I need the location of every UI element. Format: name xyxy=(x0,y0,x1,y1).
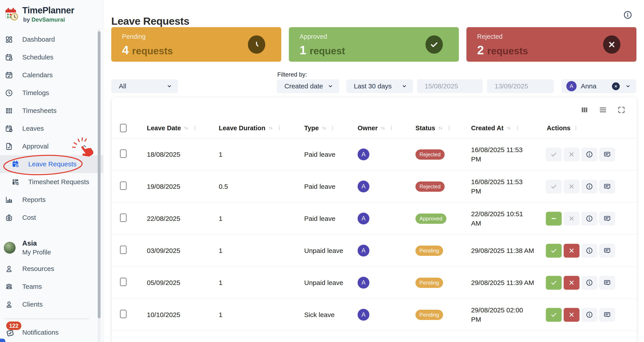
column-menu-icon[interactable] xyxy=(330,125,336,131)
info-button[interactable] xyxy=(582,148,597,161)
owner-filter-select[interactable]: A Anna xyxy=(562,79,636,93)
reject-button[interactable] xyxy=(564,148,580,161)
sort-icon[interactable] xyxy=(438,125,444,131)
column-menu-icon[interactable] xyxy=(514,125,520,131)
leave-date: 10/10/2025 xyxy=(147,311,180,318)
sidebar-item-calendars[interactable]: Calendars xyxy=(0,66,103,84)
approve-button[interactable] xyxy=(546,308,562,322)
comment-button[interactable] xyxy=(599,308,615,322)
sidebar-item-leave-requests[interactable]: Leave Requests xyxy=(0,155,103,173)
comment-button[interactable] xyxy=(599,212,615,226)
comment-button[interactable] xyxy=(599,148,615,161)
row-checkbox[interactable] xyxy=(120,149,126,158)
reject-button[interactable] xyxy=(564,276,580,290)
summary-card-approved: Approved1request xyxy=(289,27,459,62)
date-to-input[interactable]: 13/09/2025 xyxy=(487,79,554,93)
column-header-type[interactable]: Type xyxy=(294,124,347,132)
reject-button[interactable] xyxy=(564,212,580,226)
created-at: 22/08/2025 10:51 AM xyxy=(471,209,523,228)
column-header-owner[interactable]: Owner xyxy=(347,124,405,132)
row-checkbox[interactable] xyxy=(120,246,126,254)
row-checkbox-cell xyxy=(112,246,136,256)
column-header-created-at[interactable]: Created At xyxy=(460,124,536,132)
sort-icon[interactable] xyxy=(380,125,386,131)
status-badge: Pending xyxy=(416,310,443,320)
clear-owner-filter-button[interactable] xyxy=(612,82,620,90)
sidebar-item-timesheets[interactable]: Timesheets xyxy=(0,102,103,120)
page-info-button[interactable] xyxy=(623,10,632,20)
column-menu-icon[interactable] xyxy=(192,125,198,131)
date-range-select[interactable]: Last 30 days xyxy=(346,79,413,93)
sidebar-item-timesheet-requests[interactable]: Timesheet Requests xyxy=(0,173,103,191)
sidebar-item-clients[interactable]: Clients xyxy=(0,295,103,313)
approve-button[interactable] xyxy=(546,244,562,258)
reject-button[interactable] xyxy=(564,244,580,258)
approve-button[interactable] xyxy=(546,180,562,193)
leave-type: Unpaid leave xyxy=(304,247,343,254)
row-density-button[interactable] xyxy=(599,106,607,114)
comment-button[interactable] xyxy=(599,180,615,193)
owner-cell: A xyxy=(347,181,405,192)
revoke-button[interactable] xyxy=(546,212,562,226)
sidebar-item-resources[interactable]: Resources xyxy=(0,260,103,278)
owner-cell: A xyxy=(347,149,405,160)
app-logo[interactable]: TimePlanner by DevSamurai xyxy=(0,0,103,31)
date-from-input[interactable]: 15/08/2025 xyxy=(417,79,483,93)
approve-button[interactable] xyxy=(546,276,562,290)
manage-columns-button[interactable] xyxy=(580,106,588,114)
info-button[interactable] xyxy=(582,212,597,226)
byline-brand: DevSamurai xyxy=(32,16,65,23)
sidebar-item-reports[interactable]: Reports xyxy=(0,191,103,209)
sidebar-item-my-profile[interactable]: Asia My Profile xyxy=(0,239,103,256)
summary-card-pending: Pending4requests xyxy=(111,27,281,62)
column-menu-icon[interactable] xyxy=(446,125,452,131)
column-menu-icon[interactable] xyxy=(276,125,282,131)
sidebar-item-teams[interactable]: Teams xyxy=(0,278,103,295)
comment-button[interactable] xyxy=(599,276,615,290)
sort-icon[interactable] xyxy=(268,125,274,131)
sort-icon[interactable] xyxy=(321,125,327,131)
info-button[interactable] xyxy=(582,276,597,290)
sort-icon[interactable] xyxy=(183,125,189,131)
chevron-up-icon[interactable] xyxy=(82,143,87,149)
row-checkbox[interactable] xyxy=(120,310,126,318)
profile-subtitle: My Profile xyxy=(22,249,51,256)
fullscreen-button[interactable] xyxy=(617,106,626,114)
column-menu-icon[interactable] xyxy=(573,125,579,131)
info-button[interactable] xyxy=(582,244,597,258)
sidebar-item-dashboard[interactable]: Dashboard xyxy=(0,31,103,48)
reject-button[interactable] xyxy=(564,308,580,322)
sidebar-item-timelogs[interactable]: Timelogs xyxy=(0,84,103,102)
column-header-leave-date[interactable]: Leave Date xyxy=(136,124,208,132)
status-filter-select[interactable]: All xyxy=(111,79,178,93)
column-header-leave-duration[interactable]: Leave Duration xyxy=(208,124,294,132)
row-checkbox[interactable] xyxy=(120,181,126,190)
sidebar-item-leaves[interactable]: Leaves xyxy=(0,120,103,137)
status-cell: Rejected xyxy=(405,149,460,160)
card-count: 1 xyxy=(300,43,306,57)
column-header-actions[interactable]: Actions xyxy=(536,124,637,132)
sort-icon[interactable] xyxy=(506,125,512,131)
owner-cell: A xyxy=(347,245,405,256)
sidebar-item-notifications[interactable]: 122 Notifications xyxy=(0,321,103,342)
filter-field-select[interactable]: Created date xyxy=(277,79,339,93)
row-checkbox-cell xyxy=(112,278,136,288)
sidebar-item-approval[interactable]: Approval xyxy=(0,137,103,155)
people-icon xyxy=(5,282,13,291)
row-checkbox[interactable] xyxy=(120,278,126,286)
sidebar-scrollbar-thumb[interactable] xyxy=(98,31,100,318)
select-all-checkbox[interactable] xyxy=(120,124,126,132)
info-button[interactable] xyxy=(582,180,597,193)
reject-button[interactable] xyxy=(564,180,580,193)
comment-button[interactable] xyxy=(599,244,615,258)
sidebar-item-cost[interactable]: Cost xyxy=(0,209,103,226)
leave-type: Paid leave xyxy=(304,215,335,222)
column-label: Type xyxy=(304,124,319,132)
row-checkbox[interactable] xyxy=(120,213,126,222)
column-menu-icon[interactable] xyxy=(388,125,394,131)
approve-button[interactable] xyxy=(546,148,562,161)
info-button[interactable] xyxy=(582,308,597,322)
sidebar: TimePlanner by DevSamurai DashboardSched… xyxy=(0,0,104,342)
sidebar-item-schedules[interactable]: Schedules xyxy=(0,48,103,66)
column-header-status[interactable]: Status xyxy=(405,124,460,132)
